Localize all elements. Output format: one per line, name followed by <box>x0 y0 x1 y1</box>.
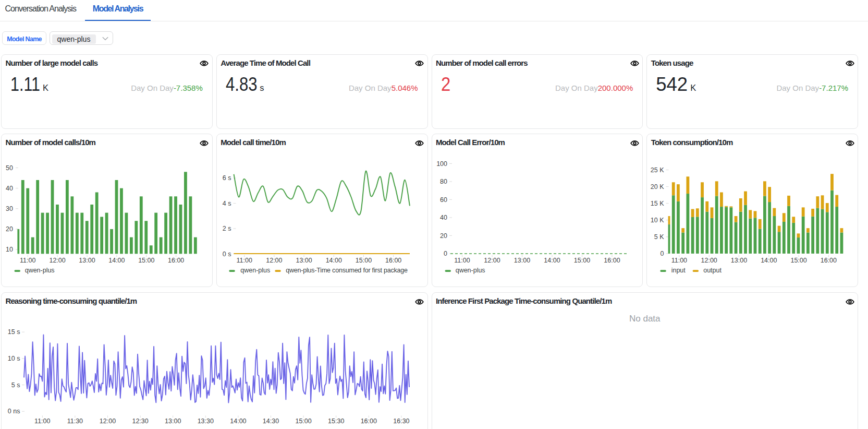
svg-text:10 K: 10 K <box>651 217 664 224</box>
svg-text:11:00: 11:00 <box>454 257 470 264</box>
svg-text:qwen-plus: qwen-plus <box>25 267 55 274</box>
svg-text:11:00: 11:00 <box>20 257 35 264</box>
svg-text:12:00: 12:00 <box>701 257 717 264</box>
svg-text:0 ns: 0 ns <box>8 408 20 415</box>
svg-text:12:30: 12:30 <box>132 418 148 425</box>
svg-text:20 K: 20 K <box>651 183 664 190</box>
svg-text:11:30: 11:30 <box>67 418 83 425</box>
svg-text:12:00: 12:00 <box>100 418 116 425</box>
svg-text:50: 50 <box>6 164 13 172</box>
svg-text:16:00: 16:00 <box>361 418 377 425</box>
svg-text:13:00: 13:00 <box>79 257 95 264</box>
svg-text:60: 60 <box>440 196 447 204</box>
svg-text:100: 100 <box>436 160 447 168</box>
svg-text:12:00: 12:00 <box>484 257 500 264</box>
svg-text:10: 10 <box>6 246 13 254</box>
svg-text:6 s: 6 s <box>223 175 231 182</box>
svg-text:14:00: 14:00 <box>325 257 341 264</box>
svg-text:0 s: 0 s <box>223 251 231 258</box>
svg-text:0: 0 <box>444 250 447 257</box>
svg-text:qwen-plus: qwen-plus <box>455 267 485 274</box>
svg-text:14:00: 14:00 <box>108 257 125 264</box>
svg-text:20: 20 <box>6 225 13 233</box>
svg-text:15:00: 15:00 <box>791 257 807 264</box>
svg-text:0: 0 <box>661 250 664 257</box>
svg-text:13:30: 13:30 <box>198 418 214 425</box>
svg-text:16:30: 16:30 <box>393 418 409 425</box>
svg-text:output: output <box>703 267 722 274</box>
svg-text:5 s: 5 s <box>11 382 20 389</box>
svg-text:11:00: 11:00 <box>671 257 687 264</box>
svg-text:13:00: 13:00 <box>296 257 312 264</box>
svg-text:12:00: 12:00 <box>49 257 65 264</box>
svg-text:15 K: 15 K <box>651 200 664 207</box>
svg-text:14:00: 14:00 <box>230 418 246 425</box>
svg-text:14:00: 14:00 <box>761 257 777 264</box>
svg-text:14:30: 14:30 <box>263 418 279 425</box>
svg-text:16:00: 16:00 <box>168 257 184 264</box>
svg-text:20: 20 <box>440 232 447 240</box>
svg-text:16:00: 16:00 <box>821 257 837 264</box>
svg-text:11:00: 11:00 <box>34 418 50 425</box>
svg-text:15:00: 15:00 <box>573 257 590 264</box>
svg-text:13:00: 13:00 <box>731 257 747 264</box>
svg-text:25 K: 25 K <box>651 166 664 174</box>
svg-text:13:00: 13:00 <box>514 257 530 264</box>
svg-text:40: 40 <box>440 214 447 221</box>
svg-text:12:00: 12:00 <box>266 257 282 264</box>
svg-text:40: 40 <box>6 185 13 192</box>
svg-text:qwen-plus-Time consumed for fi: qwen-plus-Time consumed for first packag… <box>286 267 408 274</box>
svg-text:30: 30 <box>6 205 13 212</box>
svg-text:5 K: 5 K <box>654 233 664 241</box>
svg-text:4 s: 4 s <box>223 200 231 207</box>
svg-text:15 s: 15 s <box>8 329 20 336</box>
svg-text:80: 80 <box>440 178 447 185</box>
svg-text:15:30: 15:30 <box>328 418 344 425</box>
svg-text:15:00: 15:00 <box>295 418 311 425</box>
svg-text:13:00: 13:00 <box>165 418 181 425</box>
svg-text:15:00: 15:00 <box>356 257 372 264</box>
svg-text:16:00: 16:00 <box>385 257 401 264</box>
svg-text:qwen-plus: qwen-plus <box>240 267 270 274</box>
svg-text:16:00: 16:00 <box>604 257 620 264</box>
svg-text:2 s: 2 s <box>223 225 231 232</box>
svg-text:11:00: 11:00 <box>236 257 252 264</box>
svg-text:14:00: 14:00 <box>544 257 560 264</box>
svg-text:input: input <box>671 267 686 274</box>
svg-text:15:00: 15:00 <box>138 257 154 264</box>
svg-text:10 s: 10 s <box>8 355 20 362</box>
